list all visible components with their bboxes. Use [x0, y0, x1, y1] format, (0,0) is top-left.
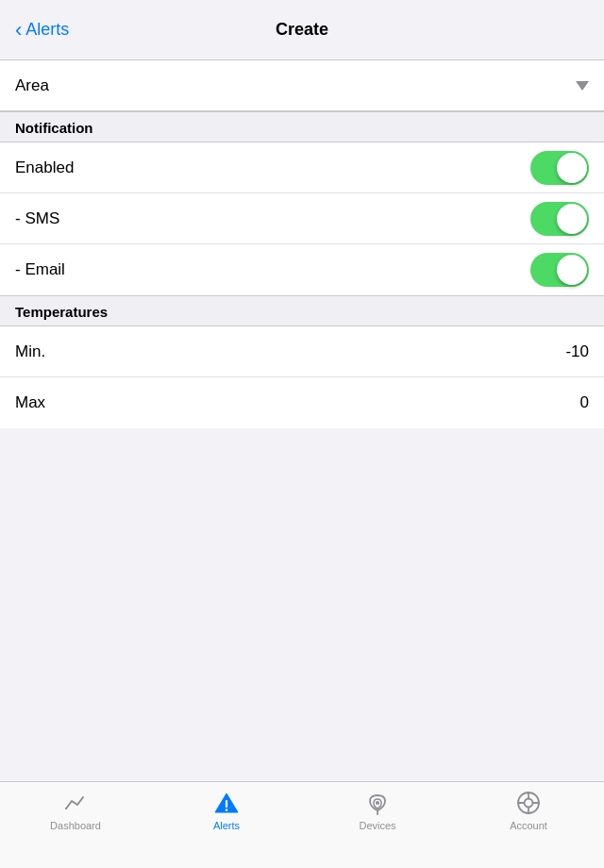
page-title: Create — [276, 20, 328, 40]
enabled-toggle[interactable] — [530, 151, 589, 185]
tab-bar: Dashboard Alerts Devices Account — [0, 781, 604, 868]
back-chevron-icon: ‹ — [15, 18, 22, 42]
toggle-knob — [557, 153, 587, 183]
max-row[interactable]: Max 0 — [0, 377, 604, 428]
enabled-label: Enabled — [15, 159, 74, 177]
svg-point-3 — [226, 809, 228, 811]
max-value: 0 — [580, 393, 589, 412]
sms-toggle[interactable] — [530, 202, 589, 236]
account-icon — [515, 790, 542, 816]
svg-point-7 — [525, 799, 533, 808]
dashboard-icon — [62, 790, 89, 816]
tab-devices-label: Devices — [359, 820, 395, 831]
toggle-knob — [557, 204, 587, 234]
nav-header: ‹ Alerts Create — [0, 0, 604, 60]
alerts-icon — [213, 790, 240, 816]
enabled-row: Enabled — [0, 142, 604, 193]
tab-devices[interactable]: Devices — [302, 790, 453, 831]
devices-icon — [364, 790, 391, 816]
min-value: -10 — [565, 342, 589, 361]
toggle-knob — [557, 255, 587, 285]
min-row[interactable]: Min. -10 — [0, 326, 604, 377]
tab-dashboard[interactable]: Dashboard — [0, 790, 151, 831]
back-label: Alerts — [25, 20, 69, 40]
back-button[interactable]: ‹ Alerts — [15, 18, 69, 42]
tab-alerts[interactable]: Alerts — [151, 790, 302, 831]
form-content: Area Notification Enabled - SMS - Email … — [0, 60, 604, 515]
tab-account-label: Account — [510, 820, 547, 831]
max-label: Max — [15, 393, 45, 412]
sms-row: - SMS — [0, 193, 604, 244]
area-label: Area — [15, 76, 49, 95]
email-toggle[interactable] — [530, 253, 589, 287]
tab-account[interactable]: Account — [453, 790, 604, 831]
tab-dashboard-label: Dashboard — [50, 820, 101, 831]
section-header-notification: Notification — [0, 111, 604, 142]
email-label: - Email — [15, 260, 65, 279]
email-row: - Email — [0, 244, 604, 295]
area-row[interactable]: Area — [0, 60, 604, 111]
svg-point-4 — [376, 801, 379, 805]
min-label: Min. — [15, 342, 45, 361]
sms-label: - SMS — [15, 209, 59, 228]
chevron-down-icon — [576, 81, 589, 91]
section-header-temperatures: Temperatures — [0, 295, 604, 326]
tab-alerts-label: Alerts — [213, 820, 240, 831]
